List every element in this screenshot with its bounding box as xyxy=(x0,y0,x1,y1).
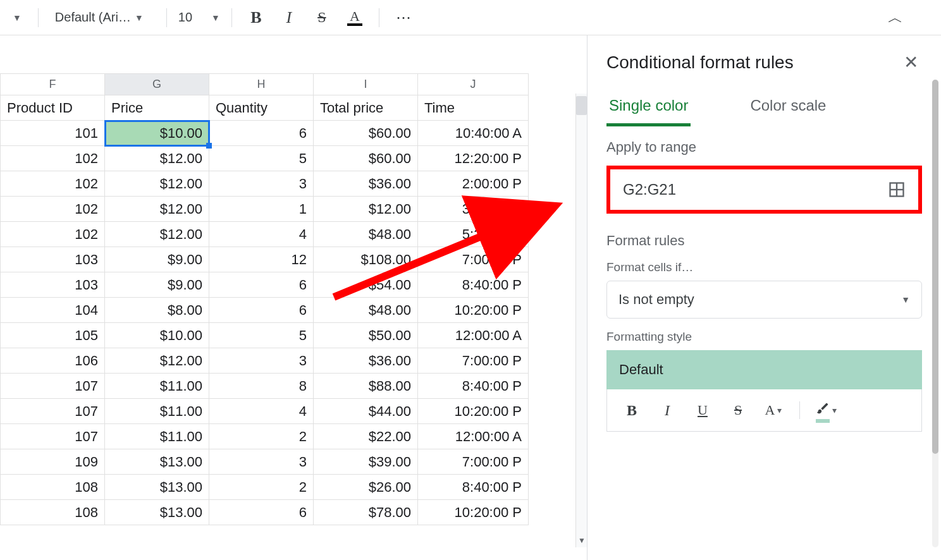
text-color-button[interactable]: A xyxy=(341,4,369,32)
cell[interactable]: 105 xyxy=(1,323,105,348)
tab-color-scale[interactable]: Color scale xyxy=(747,90,828,126)
style-underline-button[interactable]: U xyxy=(691,398,715,422)
cell[interactable]: $12.00 xyxy=(105,146,209,171)
apply-to-range-input[interactable]: G2:G21 xyxy=(606,166,922,214)
scrollbar-thumb[interactable] xyxy=(576,96,587,115)
font-size-select[interactable]: 10 ▼ xyxy=(177,6,221,28)
condition-select[interactable]: Is not empty ▼ xyxy=(606,281,922,319)
cell-header-f[interactable]: Product ID xyxy=(1,95,105,121)
cell[interactable]: $10.00 xyxy=(105,121,209,146)
cell[interactable]: 12:00:00 A xyxy=(418,323,529,348)
cell[interactable]: $108.00 xyxy=(314,247,418,272)
cell[interactable]: 3 xyxy=(209,449,314,475)
cell-header-h[interactable]: Quantity xyxy=(209,95,314,121)
cell[interactable]: $11.00 xyxy=(105,424,209,449)
cell[interactable]: $10.00 xyxy=(105,323,209,348)
scroll-down-icon[interactable]: ▼ xyxy=(578,536,586,545)
cell[interactable]: 102 xyxy=(1,146,105,171)
toolbar-dropdown-left[interactable]: ▼ xyxy=(6,9,28,27)
cell[interactable]: $13.00 xyxy=(105,475,209,500)
cell[interactable]: $22.00 xyxy=(314,424,418,449)
cell[interactable]: 10:20:00 P xyxy=(418,500,529,525)
more-button[interactable]: ⋯ xyxy=(390,4,417,32)
cell[interactable]: 2:00:00 P xyxy=(418,171,529,197)
cell[interactable]: 10:20:00 P xyxy=(418,298,529,323)
cell[interactable]: $11.00 xyxy=(105,399,209,424)
cell[interactable]: 101 xyxy=(1,121,105,146)
cell[interactable]: $39.00 xyxy=(314,449,418,475)
column-header-i[interactable]: I xyxy=(314,74,418,95)
cell[interactable]: $44.00 xyxy=(314,399,418,424)
cell[interactable]: 109 xyxy=(1,449,105,475)
column-header-j[interactable]: J xyxy=(418,74,529,95)
cell[interactable]: 1 xyxy=(209,197,314,222)
cell[interactable]: 8:40:00 P xyxy=(418,374,529,399)
cell[interactable]: 102 xyxy=(1,171,105,197)
cell[interactable]: 108 xyxy=(1,500,105,525)
cell[interactable]: 107 xyxy=(1,374,105,399)
cell[interactable]: 7:00:00 P xyxy=(418,449,529,475)
cell[interactable]: 107 xyxy=(1,399,105,424)
cell[interactable]: 107 xyxy=(1,424,105,449)
cell[interactable]: 2 xyxy=(209,424,314,449)
tab-single-color[interactable]: Single color xyxy=(606,90,691,126)
cell[interactable]: 6 xyxy=(209,121,314,146)
cell[interactable]: $36.00 xyxy=(314,348,418,374)
cell[interactable]: 6 xyxy=(209,298,314,323)
cell[interactable]: 104 xyxy=(1,298,105,323)
spreadsheet[interactable]: F G H I J Product ID Price Quantity Tota… xyxy=(0,35,587,560)
cell[interactable]: $60.00 xyxy=(314,146,418,171)
cell[interactable]: 108 xyxy=(1,475,105,500)
cell[interactable]: $12.00 xyxy=(105,222,209,247)
cell[interactable]: 5 xyxy=(209,323,314,348)
bold-button[interactable]: B xyxy=(242,4,270,32)
cell[interactable]: $26.00 xyxy=(314,475,418,500)
cell[interactable]: $88.00 xyxy=(314,374,418,399)
cell[interactable]: $9.00 xyxy=(105,272,209,298)
italic-button[interactable]: I xyxy=(275,4,303,32)
strikethrough-button[interactable]: S xyxy=(308,4,336,32)
sidebar-scrollbar[interactable] xyxy=(932,80,938,547)
scrollbar-thumb[interactable] xyxy=(932,80,938,454)
cell[interactable]: $13.00 xyxy=(105,449,209,475)
cell[interactable]: $9.00 xyxy=(105,247,209,272)
cell[interactable]: 12:00:00 A xyxy=(418,424,529,449)
cell[interactable]: $36.00 xyxy=(314,171,418,197)
cell[interactable]: $60.00 xyxy=(314,121,418,146)
cell[interactable]: 3 xyxy=(209,348,314,374)
column-header-f[interactable]: F xyxy=(1,74,105,95)
cell[interactable]: $12.00 xyxy=(314,197,418,222)
cell[interactable]: 106 xyxy=(1,348,105,374)
cell[interactable]: 7:00:00 P xyxy=(418,348,529,374)
font-family-select[interactable]: Default (Ari… ▼ xyxy=(49,6,156,28)
cell[interactable]: $8.00 xyxy=(105,298,209,323)
collapse-toolbar-button[interactable]: ︿ xyxy=(882,4,909,32)
cell[interactable]: 103 xyxy=(1,247,105,272)
cell[interactable]: 5:20:00 P xyxy=(418,222,529,247)
cell[interactable]: 102 xyxy=(1,222,105,247)
cell[interactable]: $48.00 xyxy=(314,222,418,247)
cell[interactable]: 8 xyxy=(209,374,314,399)
cell[interactable]: 3:40:00 P xyxy=(418,197,529,222)
cell[interactable]: 2 xyxy=(209,475,314,500)
cell[interactable]: $78.00 xyxy=(314,500,418,525)
cell-header-g[interactable]: Price xyxy=(105,95,209,121)
cell[interactable]: 10:20:00 P xyxy=(418,399,529,424)
cell[interactable]: 12:20:00 P xyxy=(418,146,529,171)
cell[interactable]: $50.00 xyxy=(314,323,418,348)
cell[interactable]: 12 xyxy=(209,247,314,272)
vertical-scrollbar[interactable]: ▼ xyxy=(575,94,587,547)
cell[interactable]: 5 xyxy=(209,146,314,171)
cell[interactable]: 7:00:00 P xyxy=(418,247,529,272)
cell[interactable]: $54.00 xyxy=(314,272,418,298)
cell[interactable]: $11.00 xyxy=(105,374,209,399)
cell[interactable]: 102 xyxy=(1,197,105,222)
style-strikethrough-button[interactable]: S xyxy=(726,398,750,422)
cell[interactable]: $12.00 xyxy=(105,197,209,222)
cell[interactable]: 6 xyxy=(209,500,314,525)
cell[interactable]: 103 xyxy=(1,272,105,298)
cell[interactable]: 8:40:00 P xyxy=(418,272,529,298)
cell[interactable]: 6 xyxy=(209,272,314,298)
cell[interactable]: 4 xyxy=(209,222,314,247)
column-header-g[interactable]: G xyxy=(105,74,209,95)
